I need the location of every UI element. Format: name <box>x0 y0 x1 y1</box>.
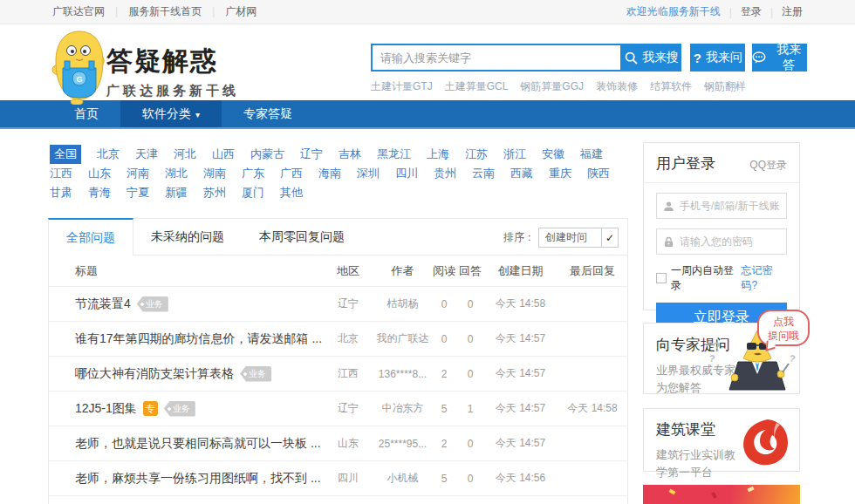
row-author[interactable]: 25****95... <box>374 438 431 450</box>
promo-banner[interactable] <box>643 485 800 504</box>
question-title[interactable]: 老师，也就是说只要相同标高就可以一块板 ...业务 <box>49 436 322 452</box>
region-filter-item[interactable]: 黑龙江 <box>377 145 411 164</box>
sort-label: 排序： <box>503 230 535 245</box>
region-filter-item[interactable]: 江西 <box>50 164 72 183</box>
search-input[interactable] <box>373 45 620 70</box>
sort-select[interactable]: 创建时间 ✓ <box>538 228 619 248</box>
row-answers: 0 <box>457 333 483 345</box>
region-filter-item[interactable]: 山西 <box>212 145 235 164</box>
region-filter-item[interactable]: 吉林 <box>339 145 361 164</box>
region-filter-item[interactable]: 宁夏 <box>127 183 149 202</box>
row-views: 0 <box>431 333 457 345</box>
region-filter-item[interactable]: 其他 <box>280 183 303 202</box>
ask-expert-panel[interactable]: 向专家提问 业界最权威专家 为您解答 ? ? ? 点我 提问哦 <box>643 323 800 394</box>
hot-keyword-link[interactable]: 钢筋算量GGJ <box>520 79 584 94</box>
speech-bubble[interactable]: 点我 提问哦 <box>757 310 810 346</box>
expert-badge: 专 <box>143 401 158 416</box>
region-filter-item[interactable]: 内蒙古 <box>250 145 284 164</box>
ask-button[interactable]: ? 我来问 <box>690 44 745 72</box>
row-created: 今天 14:56 <box>483 471 557 486</box>
region-filter-item[interactable]: 青海 <box>88 183 111 202</box>
row-author[interactable]: 136****8... <box>374 368 431 380</box>
region-filter-item[interactable]: 湖北 <box>165 164 188 183</box>
table-row[interactable]: 哪位大神有消防支架计算表格业务江西136****8...20今天 14:57 <box>49 357 627 392</box>
region-filter-item[interactable]: 苏州 <box>203 183 226 202</box>
tab-本周零回复问题[interactable]: 本周零回复问题 <box>242 219 362 255</box>
region-filter-item[interactable]: 广西 <box>280 164 303 183</box>
logo[interactable]: G 答疑解惑 广联达服务新干线 <box>45 24 239 105</box>
search-icon <box>625 51 638 65</box>
hot-keyword-link[interactable]: 结算软件 <box>650 79 692 94</box>
table-row[interactable]: 老师，麻烦共享一份练习用图纸啊，找不到 ...业务四川小机械50今天 14:56 <box>49 461 627 496</box>
login-link[interactable]: 登录 <box>741 4 762 19</box>
topbar-link[interactable]: 服务新干线首页 <box>128 4 225 19</box>
region-filter-item[interactable]: 浙江 <box>503 145 526 164</box>
qq-login-link[interactable]: QQ登录 <box>749 158 787 173</box>
sort-control: 排序： 创建时间 ✓ <box>503 228 619 248</box>
row-created: 今天 14:57 <box>483 366 557 381</box>
region-filter-item[interactable]: 辽宁 <box>300 145 323 164</box>
region-filter-item[interactable]: 重庆 <box>549 164 571 183</box>
question-title[interactable]: 老师，麻烦共享一份练习用图纸啊，找不到 ...业务 <box>49 471 322 487</box>
table-row[interactable]: 节流装置4业务辽宁枯胡杨00今天 14:58 <box>49 287 627 322</box>
auto-login-checkbox[interactable] <box>656 273 667 283</box>
classroom-panel[interactable]: 建筑课堂 建筑行业实训教 学第一平台 <box>643 408 800 472</box>
col-last-reply: 最后回复 <box>557 263 627 279</box>
register-link[interactable]: 注册 <box>782 4 803 19</box>
table-row[interactable]: 谁有17年第四期的廊坊信息价，请发送邮箱 ...业务北京我的广联达00今天 14… <box>49 322 627 357</box>
region-filter: 全国北京天津河北山西内蒙古辽宁吉林黑龙江上海江苏浙江安徽福建江西山东河南湖北湖南… <box>50 145 628 202</box>
region-filter-item[interactable]: 河北 <box>174 145 196 164</box>
region-filter-item[interactable]: 四川 <box>395 164 418 183</box>
region-filter-item[interactable]: 广东 <box>242 164 264 183</box>
row-author[interactable]: 小机械 <box>374 471 431 486</box>
region-filter-item[interactable]: 上海 <box>427 145 449 164</box>
region-filter-item[interactable]: 全国 <box>50 145 81 164</box>
region-filter-item[interactable]: 陕西 <box>587 164 610 183</box>
tab-未采纳的问题[interactable]: 未采纳的问题 <box>133 219 242 255</box>
confetti-decoration <box>668 489 675 495</box>
account-input[interactable] <box>680 200 780 212</box>
table-row[interactable]: 12J5-1图集专业务辽宁中冶东方51今天 14:57今天 14:58 <box>49 392 627 426</box>
row-author[interactable]: 中冶东方 <box>374 401 431 416</box>
hot-keyword-link[interactable]: 装饰装修 <box>596 79 638 94</box>
divider: | <box>770 6 773 18</box>
region-filter-item[interactable]: 海南 <box>318 164 341 183</box>
region-filter-item[interactable]: 天津 <box>135 145 158 164</box>
table-row[interactable]: 老师，也就是说只要相同标高就可以一块板 ...业务山东25****95...20… <box>49 426 627 461</box>
region-filter-item[interactable]: 安徽 <box>542 145 564 164</box>
password-input[interactable] <box>680 235 780 248</box>
region-filter-item[interactable]: 深圳 <box>357 164 380 183</box>
region-filter-item[interactable]: 贵州 <box>434 164 456 183</box>
topbar-links: 广联达官网服务新干线首页广材网 <box>52 4 256 19</box>
hot-keyword-link[interactable]: 钢筋翻样 <box>704 79 746 94</box>
question-title[interactable]: 谁有17年第四期的廊坊信息价，请发送邮箱 ...业务 <box>49 331 322 347</box>
topbar-link[interactable]: 广材网 <box>225 4 256 19</box>
row-author[interactable]: 枯胡杨 <box>374 296 431 311</box>
dropdown-arrow-icon: ✓ <box>601 228 618 247</box>
region-filter-item[interactable]: 新疆 <box>165 183 188 202</box>
region-filter-item[interactable]: 北京 <box>97 145 120 164</box>
region-filter-item[interactable]: 江苏 <box>465 145 488 164</box>
hot-keyword-link[interactable]: 土建算量GCL <box>445 79 509 94</box>
region-filter-item[interactable]: 河南 <box>127 164 149 183</box>
mascot-icon: G <box>45 30 113 105</box>
region-filter-item[interactable]: 云南 <box>472 164 495 183</box>
region-filter-item[interactable]: 山东 <box>88 164 111 183</box>
col-region: 地区 <box>322 263 374 279</box>
search-button[interactable]: 我来搜 <box>622 44 682 72</box>
region-filter-item[interactable]: 福建 <box>580 145 603 164</box>
question-title[interactable]: 节流装置4业务 <box>49 296 322 312</box>
question-title[interactable]: 12J5-1图集专业务 <box>49 401 322 417</box>
forgot-password-link[interactable]: 忘记密码? <box>742 263 787 293</box>
topbar-link[interactable]: 广联达官网 <box>52 4 128 19</box>
answer-button[interactable]: 我来答 <box>752 44 807 72</box>
region-filter-item[interactable]: 厦门 <box>242 183 264 202</box>
row-region: 四川 <box>322 471 374 486</box>
hot-keyword-link[interactable]: 土建计量GTJ <box>371 79 433 94</box>
tab-全部问题[interactable]: 全部问题 <box>48 218 133 255</box>
question-title[interactable]: 哪位大神有消防支架计算表格业务 <box>49 366 322 382</box>
region-filter-item[interactable]: 甘肃 <box>50 183 72 202</box>
region-filter-item[interactable]: 西藏 <box>510 164 533 183</box>
row-author[interactable]: 我的广联达 <box>374 331 431 346</box>
region-filter-item[interactable]: 湖南 <box>203 164 226 183</box>
